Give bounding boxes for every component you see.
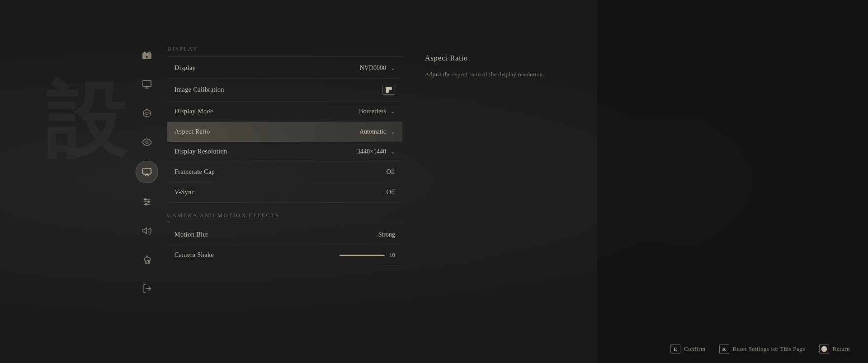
setting-row-camera-shake[interactable]: Camera Shake 10 <box>167 245 402 265</box>
setting-label-display-resolution: Display Resolution <box>175 148 227 155</box>
display-value-text: NVD0000 <box>360 65 386 72</box>
setting-label-aspect-ratio: Aspect Ratio <box>175 128 210 135</box>
confirm-action[interactable]: E Confirm <box>670 344 706 354</box>
sidebar-item-accessibility[interactable] <box>137 249 157 270</box>
setting-label-v-sync: V-Sync <box>175 189 195 196</box>
camera-settings-list: Motion Blur Strong Camera Shake 10 <box>167 225 402 265</box>
reset-action[interactable]: R Reset Settings for This Page <box>719 344 806 354</box>
setting-value-v-sync: Off <box>387 189 395 196</box>
setting-value-framerate-cap: Off <box>387 168 395 176</box>
setting-row-display[interactable]: Display NVD0000 ⌄ <box>167 58 402 79</box>
calibration-icon-btn[interactable] <box>382 85 395 95</box>
svg-marker-17 <box>143 228 146 234</box>
chevron-down-icon-2: ⌄ <box>391 108 395 115</box>
return-action[interactable]: Return <box>819 344 850 354</box>
setting-value-camera-shake: 10 <box>340 251 395 259</box>
sidebar <box>131 45 163 299</box>
bottom-bar: E Confirm R Reset Settings for This Page… <box>670 344 850 354</box>
motion-blur-value-text: Strong <box>378 231 395 238</box>
setting-row-display-mode[interactable]: Display Mode Borderless ⌄ <box>167 102 402 122</box>
aspect-ratio-value-text: Automatic <box>359 128 386 135</box>
sidebar-item-visual[interactable] <box>137 132 157 153</box>
slider-fill <box>340 255 385 256</box>
setting-row-image-calibration[interactable]: Image Calibration <box>167 79 402 102</box>
display-mode-value-text: Borderless <box>359 108 386 115</box>
sidebar-item-calibration[interactable] <box>137 103 157 124</box>
sidebar-item-monitor[interactable] <box>136 161 158 183</box>
chevron-down-icon: ⌄ <box>391 65 395 72</box>
svg-rect-20 <box>386 87 388 89</box>
setting-label-camera-shake: Camera Shake <box>175 251 214 259</box>
reset-key-badge: R <box>719 344 729 354</box>
sidebar-item-sliders[interactable] <box>137 191 157 212</box>
chevron-down-icon-4: ⌄ <box>391 149 395 155</box>
main-content: Display Display NVD0000 ⌄ Image Calibrat… <box>167 45 402 265</box>
setting-label-framerate-cap: Framerate Cap <box>175 168 215 176</box>
setting-label-image-calibration: Image Calibration <box>175 86 224 93</box>
setting-value-display: NVD0000 ⌄ <box>360 65 395 72</box>
chevron-down-icon-3: ⌄ <box>391 129 395 135</box>
section-header-display: Display <box>167 45 402 56</box>
camera-shake-value-text: 10 <box>389 251 395 259</box>
slider-track <box>340 255 385 256</box>
setting-value-aspect-ratio: Automatic ⌄ <box>359 128 395 135</box>
svg-rect-21 <box>389 87 392 89</box>
setting-row-v-sync[interactable]: V-Sync Off <box>167 182 402 203</box>
setting-row-framerate-cap[interactable]: Framerate Cap Off <box>167 162 402 182</box>
sidebar-item-audio[interactable] <box>137 220 157 241</box>
return-label: Return <box>833 345 850 353</box>
return-key-badge <box>819 344 829 354</box>
setting-value-display-resolution: 3440×1440 ⌄ <box>357 148 395 155</box>
camera-shake-slider-container[interactable]: 10 <box>340 251 395 259</box>
setting-value-motion-blur: Strong <box>378 231 395 238</box>
svg-rect-22 <box>386 90 388 93</box>
v-sync-value-text: Off <box>387 189 395 196</box>
framerate-cap-value-text: Off <box>387 168 395 176</box>
right-panel: Aspect Ratio Adjust the aspect ratio of … <box>416 45 687 88</box>
sidebar-item-exit[interactable] <box>137 278 157 299</box>
section-header-camera: Camera and Motion Effects <box>167 212 402 223</box>
confirm-label: Confirm <box>684 345 706 353</box>
setting-value-display-mode: Borderless ⌄ <box>359 108 395 115</box>
confirm-key-badge: E <box>670 344 680 354</box>
setting-row-motion-blur[interactable]: Motion Blur Strong <box>167 225 402 245</box>
sidebar-item-gamepad[interactable] <box>137 45 157 66</box>
setting-label-motion-blur: Motion Blur <box>175 231 208 238</box>
right-panel-title: Aspect Ratio <box>425 54 678 62</box>
svg-point-9 <box>146 141 148 144</box>
setting-label-display-mode: Display Mode <box>175 108 213 115</box>
reset-label: Reset Settings for This Page <box>733 345 806 353</box>
right-panel-description: Adjust the aspect ratio of the display r… <box>425 70 678 79</box>
setting-row-aspect-ratio[interactable]: Aspect Ratio Automatic ⌄ <box>167 122 402 142</box>
svg-rect-10 <box>143 168 151 174</box>
setting-value-image-calibration <box>382 85 395 95</box>
svg-rect-0 <box>143 81 151 87</box>
display-resolution-value-text: 3440×1440 <box>357 148 386 155</box>
display-settings-list: Display NVD0000 ⌄ Image Calibration Disp… <box>167 58 402 203</box>
setting-row-display-resolution[interactable]: Display Resolution 3440×1440 ⌄ <box>167 142 402 162</box>
setting-label-display: Display <box>175 65 196 72</box>
svg-point-4 <box>146 112 148 115</box>
sidebar-item-display-settings[interactable] <box>137 74 157 95</box>
